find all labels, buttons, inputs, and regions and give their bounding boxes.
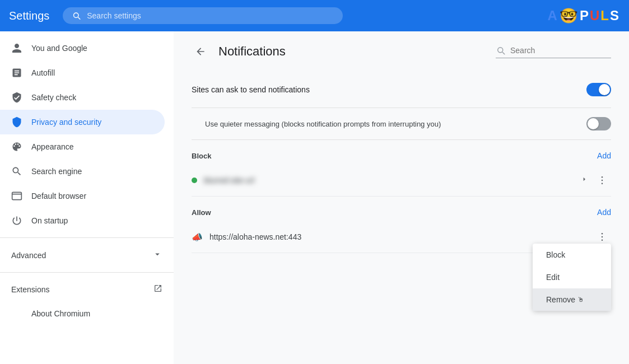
sidebar-item-autofill[interactable]: Autofill	[0, 60, 165, 85]
external-link-icon	[153, 284, 162, 295]
sidebar-label-on-startup: On startup	[31, 216, 68, 225]
sidebar-divider-2	[0, 272, 174, 273]
page-title: Notifications	[218, 44, 487, 59]
sidebar-item-safety-check[interactable]: Safety check	[0, 85, 165, 110]
svg-point-5	[602, 236, 603, 238]
block-add-button[interactable]: Add	[597, 151, 611, 160]
quieter-messaging-toggle[interactable]	[586, 117, 611, 130]
svg-rect-0	[12, 192, 22, 199]
app-title: Settings	[9, 10, 49, 22]
block-section-title: Block	[192, 152, 211, 160]
header-search-icon	[72, 11, 81, 21]
main-content: Notifications Sites can ask to send noti…	[174, 31, 629, 364]
shield-blue-icon	[11, 116, 22, 128]
quieter-messaging-row: Use quieter messaging (blocks notificati…	[192, 108, 611, 140]
sites-ask-toggle-row: Sites can ask to send notifications	[192, 72, 611, 108]
sites-ask-toggle[interactable]	[586, 83, 611, 96]
svg-point-3	[602, 183, 603, 185]
advanced-label: Advanced	[11, 251, 46, 260]
sidebar-item-privacy-security[interactable]: Privacy and security	[0, 110, 165, 134]
notifications-header: Notifications	[174, 31, 629, 72]
about-icon	[11, 308, 22, 319]
content-search-input[interactable]	[510, 46, 611, 55]
sidebar-item-on-startup[interactable]: On startup	[0, 208, 165, 233]
sidebar-divider	[0, 237, 174, 238]
app-header: Settings A 🤓 P U L S	[0, 0, 629, 31]
browser-icon	[11, 190, 22, 202]
autofill-icon	[11, 67, 22, 78]
allow-section-title: Allow	[192, 208, 211, 217]
shield-check-icon	[11, 92, 22, 103]
chevron-down-icon	[152, 249, 162, 261]
sidebar-label-safety-check: Safety check	[31, 93, 76, 102]
svg-point-4	[602, 233, 603, 235]
content-search-bar[interactable]	[496, 45, 611, 58]
site-favicon: 📣	[192, 231, 203, 242]
sidebar-label-search-engine: Search engine	[31, 167, 82, 176]
svg-point-1	[602, 176, 603, 178]
sidebar-item-default-browser[interactable]: Default browser	[0, 184, 165, 208]
allow-add-button[interactable]: Add	[597, 208, 611, 217]
sidebar: You and Google Autofill Safety check Pri…	[0, 31, 174, 364]
power-icon	[11, 215, 22, 226]
sidebar-label-privacy-security: Privacy and security	[31, 118, 101, 127]
content-search-icon	[496, 45, 506, 55]
svg-point-2	[602, 180, 603, 181]
sidebar-label-about-chromium: About Chromium	[31, 309, 90, 318]
person-icon	[11, 43, 22, 54]
allowed-site-row: 📣 https://aloha-news.net:443 Block Edit …	[192, 221, 611, 253]
block-section-header: Block Add	[192, 140, 611, 165]
search-icon	[11, 166, 22, 177]
context-menu-block[interactable]: Block	[533, 244, 611, 266]
sidebar-label-appearance: Appearance	[31, 142, 74, 151]
context-menu: Block Edit Remove 🖱	[533, 244, 611, 311]
sidebar-item-search-engine[interactable]: Search engine	[0, 159, 165, 184]
sidebar-item-extensions[interactable]: Extensions	[0, 277, 174, 301]
sites-ask-label: Sites can ask to send notifications	[192, 85, 310, 94]
site-expand-icon[interactable]	[580, 175, 589, 186]
extensions-label: Extensions	[11, 285, 49, 294]
sidebar-item-about-chromium[interactable]: About Chromium	[0, 301, 165, 326]
header-search-bar[interactable]	[63, 7, 343, 24]
sidebar-item-appearance[interactable]: Appearance	[0, 134, 165, 159]
sidebar-item-advanced[interactable]: Advanced	[0, 242, 174, 268]
notifications-content: Sites can ask to send notifications Use …	[174, 72, 629, 271]
sidebar-label-autofill: Autofill	[31, 68, 55, 77]
quieter-messaging-label: Use quieter messaging (blocks notificati…	[205, 120, 441, 128]
back-button[interactable]	[192, 43, 209, 60]
site-status-dot	[192, 178, 197, 183]
blocked-site-row: blurred-site-url	[192, 165, 611, 197]
context-menu-remove[interactable]: Remove 🖱	[533, 288, 611, 311]
palette-icon	[11, 141, 22, 152]
blocked-site-url: blurred-site-url	[204, 176, 580, 185]
blocked-site-more-button[interactable]	[593, 171, 611, 189]
context-menu-edit[interactable]: Edit	[533, 266, 611, 288]
svg-point-6	[602, 240, 603, 241]
sidebar-item-you-google[interactable]: You and Google	[0, 36, 165, 60]
sidebar-label-default-browser: Default browser	[31, 192, 86, 200]
header-search-input[interactable]	[87, 11, 334, 20]
allow-section-header: Allow Add	[192, 197, 611, 221]
main-layout: You and Google Autofill Safety check Pri…	[0, 31, 629, 364]
allowed-site-url: https://aloha-news.net:443	[209, 232, 593, 241]
app-logo: A 🤓 P U L S	[548, 7, 620, 25]
sidebar-label-you-google: You and Google	[31, 44, 87, 53]
